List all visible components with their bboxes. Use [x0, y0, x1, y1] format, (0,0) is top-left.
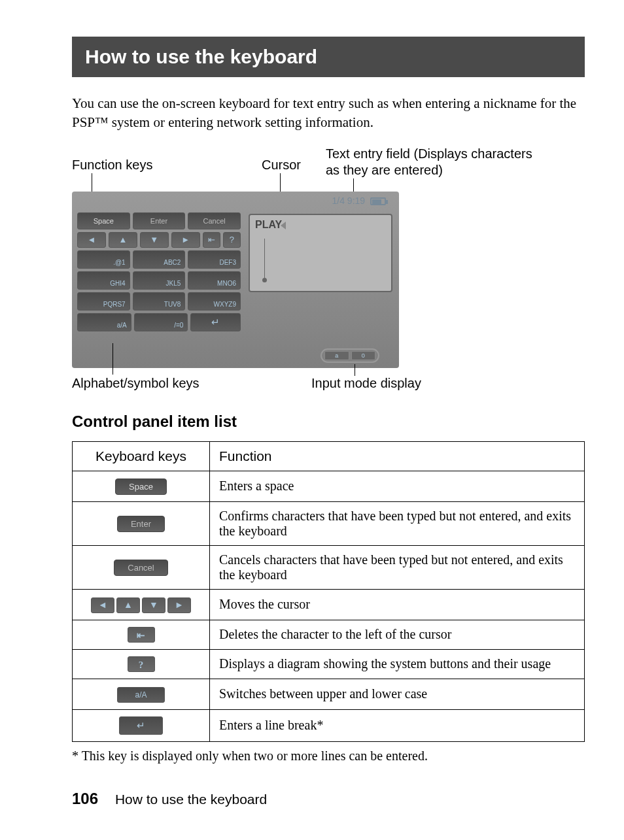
leader-line [92, 173, 92, 194]
key-abc2[interactable]: ABC2 [133, 250, 186, 269]
intro-text: You can use the on-screen keyboard for t… [72, 94, 585, 133]
battery-icon [370, 197, 386, 205]
row-desc: Deletes the character to the left of the… [210, 620, 585, 649]
label-alpha-keys: Alphabet/symbol keys [72, 376, 199, 391]
page-title: How to use the keyboard [72, 37, 585, 77]
row-desc: Displays a diagram showing the system bu… [210, 649, 585, 679]
key-pqrs7[interactable]: PQRS7 [77, 292, 130, 311]
table-row: ⇤ Deletes the character to the left of t… [73, 620, 585, 649]
key-1[interactable]: .@1 [77, 250, 130, 269]
enter-key-icon: Enter [117, 516, 165, 532]
table-row: Cancel Cancels characters that have been… [73, 545, 585, 589]
arrow-up-key[interactable]: ▲ [109, 232, 137, 248]
mode-alpha: a [324, 351, 349, 360]
row-desc: Confirms characters that have been typed… [210, 501, 585, 545]
table-row: ? Displays a diagram showing the system … [73, 649, 585, 679]
control-panel-table: Keyboard keys Function Space Enters a sp… [72, 441, 585, 742]
key-case[interactable]: a/A [77, 313, 131, 331]
keyboard-diagram: Function keys Cursor Text entry field (D… [72, 146, 543, 394]
key-mno6[interactable]: MNO6 [188, 271, 241, 290]
keyboard-panel: 1/4 9:19 Space Enter Cancel ◄ ▲ ▼ ► ⇤ ? [72, 192, 399, 368]
table-header-function: Function [210, 441, 585, 471]
key-linebreak[interactable]: ↵ [190, 313, 241, 331]
table-row: a/A Switches between upper and lower cas… [73, 679, 585, 709]
key-wxyz9[interactable]: WXYZ9 [188, 292, 241, 311]
table-header-keys: Keyboard keys [73, 441, 210, 471]
arrow-left-icon: ◄ [91, 597, 114, 613]
row-desc: Enters a space [210, 471, 585, 501]
footer-title: How to use the keyboard [115, 792, 267, 807]
label-text-field: Text entry field (Displays characters as… [326, 146, 542, 178]
table-row: ↵ Enters a line break* [73, 709, 585, 741]
cancel-key-icon: Cancel [114, 560, 167, 576]
label-function-keys: Function keys [72, 158, 152, 173]
key-tuv8[interactable]: TUV8 [133, 292, 186, 311]
text-cursor-line [264, 239, 265, 278]
mode-numeric: 0 [351, 351, 376, 360]
space-key[interactable]: Space [77, 212, 130, 229]
arrow-cluster-icon: ◄ ▲ ▼ ► [91, 597, 191, 613]
linebreak-key-icon: ↵ [119, 716, 163, 735]
arrow-right-icon: ► [167, 597, 191, 613]
text-cursor-dot [262, 278, 267, 282]
arrow-up-icon: ▲ [116, 597, 140, 613]
arrow-down-icon: ▼ [142, 597, 165, 613]
status-bar: 1/4 9:19 [76, 195, 395, 211]
backspace-key[interactable]: ⇤ [203, 232, 220, 248]
cancel-key[interactable]: Cancel [188, 212, 241, 229]
enter-key[interactable]: Enter [133, 212, 186, 229]
text-entry-field[interactable]: PLAY [249, 214, 392, 292]
key-def3[interactable]: DEF3 [188, 250, 241, 269]
help-key-icon: ? [128, 656, 155, 672]
status-time: 1/4 9:19 [332, 195, 366, 206]
label-cursor: Cursor [262, 158, 301, 173]
row-desc: Cancels characters that have been typed … [210, 545, 585, 589]
backspace-key-icon: ⇤ [128, 627, 155, 643]
case-key-icon: a/A [117, 687, 164, 703]
leader-line [113, 343, 113, 375]
keyboard-key-grid: Space Enter Cancel ◄ ▲ ▼ ► ⇤ ? .@1 ABC2 … [77, 212, 241, 334]
table-row: ◄ ▲ ▼ ► Moves the cursor [73, 589, 585, 620]
row-desc: Switches between upper and lower case [210, 679, 585, 709]
label-input-mode: Input mode display [311, 376, 421, 391]
arrow-down-key[interactable]: ▼ [140, 232, 169, 248]
leader-line [355, 364, 355, 376]
key-ghi4[interactable]: GHI4 [77, 271, 130, 290]
row-desc: Enters a line break* [210, 709, 585, 741]
arrow-left-key[interactable]: ◄ [77, 232, 106, 248]
input-mode-display: a 0 [321, 348, 379, 363]
text-field-value: PLAY [255, 219, 282, 230]
arrow-right-key[interactable]: ► [171, 232, 200, 248]
key-0[interactable]: /=0 [134, 313, 188, 331]
section-heading: Control panel item list [72, 412, 585, 431]
page-footer: 106 How to use the keyboard [72, 790, 585, 808]
table-row: Enter Confirms characters that have been… [73, 501, 585, 545]
key-jkl5[interactable]: JKL5 [133, 271, 186, 290]
help-key[interactable]: ? [223, 232, 241, 248]
row-desc: Moves the cursor [210, 589, 585, 620]
table-row: Space Enters a space [73, 471, 585, 501]
space-key-icon: Space [115, 479, 167, 495]
text-cursor-icon [281, 222, 286, 229]
footnote: * This key is displayed only when two or… [72, 748, 585, 764]
page-number: 106 [72, 790, 98, 807]
